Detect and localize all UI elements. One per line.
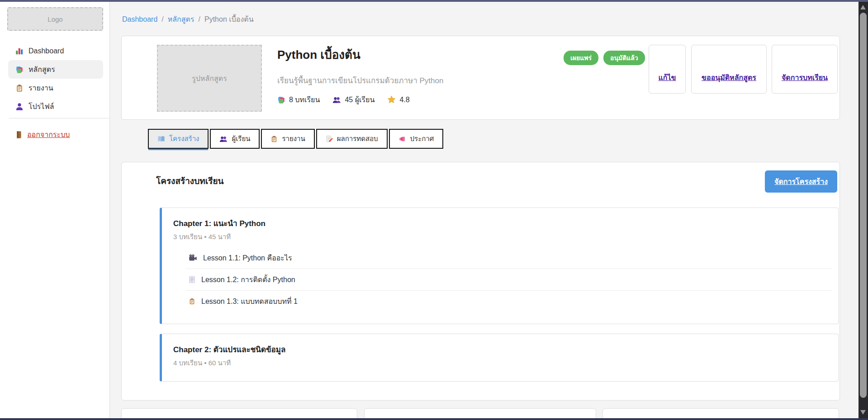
megaphone-icon — [398, 135, 406, 142]
window-bottom-strip — [0, 418, 868, 420]
people-icon — [332, 96, 341, 104]
partial-card-3 — [602, 408, 839, 418]
logo-label: Logo — [47, 15, 62, 23]
course-header-card: รูปหลักสูตร Python เบื้องต้น เรียนรู้พื้… — [121, 36, 840, 120]
request-approval-button[interactable]: ขออนุมัติหลักสูตร — [691, 45, 767, 94]
sidebar-item-label: โปรไฟล์ — [28, 101, 54, 112]
tab-test-results[interactable]: ผลการทดสอบ — [316, 129, 388, 149]
sidebar-item-profile[interactable]: โปรไฟล์ — [8, 97, 103, 116]
sidebar-item-reports[interactable]: รายงาน — [8, 79, 103, 97]
chapter-meta: 4 บทเรียน • 60 นาที — [173, 358, 231, 368]
books-icon — [277, 96, 285, 104]
course-image-label: รูปหลักสูตร — [192, 73, 227, 84]
manage-structure-button[interactable]: จัดการโครงสร้าง — [765, 170, 837, 193]
sidebar-item-label: หลักสูตร — [28, 64, 55, 75]
scroll-up-arrow-icon[interactable] — [860, 5, 866, 9]
stat-rating: 4.8 — [387, 95, 409, 104]
lesson-row-1-1[interactable]: Lesson 1.1: Python คืออะไร — [186, 247, 832, 269]
tab-label: ผลการทดสอบ — [337, 133, 378, 144]
course-status-badges: เผยแพร่ อนุมัติแล้ว — [564, 51, 645, 65]
structure-panel: โครงสร้างบทเรียน จัดการโครงสร้าง Chapter… — [121, 162, 840, 401]
memo-pencil-icon — [326, 135, 333, 143]
request-approval-label: ขออนุมัติหลักสูตร — [702, 72, 756, 83]
stat-students: 45 ผู้เรียน — [332, 94, 375, 105]
logout-link[interactable]: ออกจากระบบ — [15, 129, 70, 140]
status-badge-published: เผยแพร่ — [564, 51, 598, 65]
sidebar-item-courses[interactable]: หลักสูตร — [8, 60, 103, 79]
breadcrumb-courses-link[interactable]: หลักสูตร — [168, 14, 194, 25]
lesson-title: Lesson 1.1: Python คืออะไร — [203, 252, 292, 264]
scrollbar-thumb[interactable] — [860, 13, 867, 398]
status-badge-approved: อนุมัติแล้ว — [603, 51, 645, 65]
clipboard-icon — [270, 135, 278, 143]
main-content: Dashboard / หลักสูตร / Python เบื้องต้น … — [110, 2, 859, 418]
course-description: เรียนรู้พื้นฐานการเขียนโปรแกรมด้วยภาษา P… — [277, 74, 443, 86]
breadcrumb-separator: / — [199, 15, 200, 24]
sidebar-item-label: Dashboard — [28, 47, 64, 55]
course-tabs: โครงสร้าง ผู้เรียน รายงาน ผลการทดสอบ — [148, 129, 445, 149]
lesson-row-1-2[interactable]: Lesson 1.2: การติดตั้ง Python — [186, 269, 832, 290]
people-icon — [219, 135, 228, 143]
star-icon — [387, 95, 396, 104]
sidebar-item-dashboard[interactable]: Dashboard — [8, 42, 103, 60]
scroll-down-arrow-icon[interactable] — [860, 410, 866, 415]
manage-lessons-label: จัดการบทเรียน — [782, 72, 828, 83]
window-top-strip — [0, 0, 868, 2]
course-title: Python เบื้องต้น — [277, 45, 360, 64]
sidebar: Logo Dashboard หลักสูตร รายงาน — [0, 2, 110, 418]
tab-label: รายงาน — [282, 133, 305, 144]
partial-card-2 — [364, 408, 596, 418]
logo-placeholder: Logo — [7, 7, 103, 31]
person-icon — [15, 103, 24, 111]
tab-label: โครงสร้าง — [169, 133, 199, 144]
partial-card-1 — [121, 408, 357, 418]
manage-lessons-button[interactable]: จัดการบทเรียน — [772, 45, 838, 94]
tab-label: ประกาศ — [410, 133, 434, 144]
chapter-meta: 3 บทเรียน • 45 นาที — [173, 231, 231, 242]
stat-lessons-label: 8 บทเรียน — [289, 94, 320, 105]
chapter-title: Chapter 2: ตัวแปรและชนิดข้อมูล — [173, 343, 285, 355]
tab-structure[interactable]: โครงสร้าง — [148, 129, 209, 149]
clipboard-icon — [15, 84, 24, 92]
breadcrumb-separator: / — [161, 15, 163, 24]
sidebar-nav: Dashboard หลักสูตร รายงาน โปรไฟล์ — [0, 42, 110, 116]
course-image-placeholder: รูปหลักสูตร — [157, 45, 262, 112]
tab-label: ผู้เรียน — [232, 133, 250, 144]
door-icon — [15, 131, 23, 139]
breadcrumb: Dashboard / หลักสูตร / Python เบื้องต้น — [122, 14, 254, 25]
edit-course-label: แก้ไข — [659, 72, 676, 83]
lesson-title: Lesson 1.3: แบบทดสอบบทที่ 1 — [201, 296, 298, 307]
breadcrumb-current: Python เบื้องต้น — [204, 14, 254, 25]
logout-label: ออกจากระบบ — [27, 129, 70, 140]
chapter-title: Chapter 1: แนะนำ Python — [173, 217, 266, 229]
sidebar-item-label: รายงาน — [28, 82, 53, 94]
lesson-row-1-3[interactable]: Lesson 1.3: แบบทดสอบบทที่ 1 — [186, 290, 832, 312]
course-stats: 8 บทเรียน 45 ผู้เรียน 4.8 — [277, 94, 410, 105]
open-book-icon — [157, 136, 165, 142]
tab-students[interactable]: ผู้เรียน — [210, 129, 260, 149]
stat-lessons: 8 บทเรียน — [277, 94, 320, 105]
lesson-list: Lesson 1.1: Python คืออะไร Lesson 1.2: ก… — [186, 247, 832, 312]
books-icon — [15, 66, 24, 74]
stat-students-label: 45 ผู้เรียน — [345, 94, 375, 105]
stat-rating-value: 4.8 — [399, 96, 409, 104]
quiz-clipboard-icon — [189, 297, 195, 305]
chapter-card-2: Chapter 2: ตัวแปรและชนิดข้อมูล 4 บทเรียน… — [160, 334, 839, 382]
video-icon — [189, 254, 197, 261]
vertical-scrollbar[interactable] — [859, 2, 868, 418]
structure-heading: โครงสร้างบทเรียน — [156, 174, 224, 188]
document-icon — [189, 276, 195, 283]
app-screen: Logo Dashboard หลักสูตร รายงาน — [0, 0, 868, 420]
sidebar-divider — [9, 118, 110, 118]
breadcrumb-dashboard-link[interactable]: Dashboard — [122, 15, 157, 24]
chapter-card-1: Chapter 1: แนะนำ Python 3 บทเรียน • 45 น… — [160, 208, 839, 324]
tab-announcements[interactable]: ประกาศ — [389, 129, 444, 149]
tab-reports[interactable]: รายงาน — [261, 129, 314, 149]
lesson-title: Lesson 1.2: การติดตั้ง Python — [201, 274, 295, 285]
edit-course-button[interactable]: แก้ไข — [649, 45, 686, 94]
bar-chart-icon — [15, 47, 24, 55]
